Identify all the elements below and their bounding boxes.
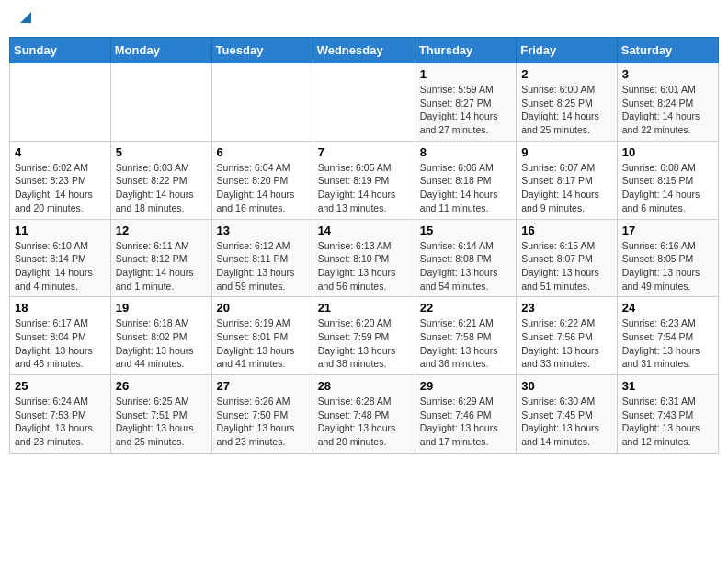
day-info: Sunrise: 6:16 AMSunset: 8:05 PMDaylight:… <box>622 239 713 293</box>
day-cell <box>110 63 211 142</box>
day-cell: 28Sunrise: 6:28 AMSunset: 7:48 PMDayligh… <box>313 375 415 454</box>
day-number: 9 <box>521 145 612 159</box>
day-cell: 4Sunrise: 6:02 AMSunset: 8:23 PMDaylight… <box>10 141 111 219</box>
day-cell: 2Sunrise: 6:00 AMSunset: 8:25 PMDaylight… <box>517 63 618 142</box>
day-info: Sunrise: 6:07 AMSunset: 8:17 PMDaylight:… <box>521 161 612 215</box>
day-number: 25 <box>15 379 106 393</box>
day-number: 31 <box>622 379 713 393</box>
day-cell: 29Sunrise: 6:29 AMSunset: 7:46 PMDayligh… <box>415 375 516 454</box>
day-cell: 26Sunrise: 6:25 AMSunset: 7:51 PMDayligh… <box>110 375 211 454</box>
day-number: 2 <box>521 67 612 81</box>
day-cell: 17Sunrise: 6:16 AMSunset: 8:05 PMDayligh… <box>617 219 718 297</box>
day-number: 6 <box>217 145 308 159</box>
day-number: 11 <box>15 224 106 237</box>
day-cell: 30Sunrise: 6:30 AMSunset: 7:45 PMDayligh… <box>517 375 618 454</box>
day-number: 30 <box>521 379 612 393</box>
day-number: 10 <box>622 145 713 159</box>
day-cell: 10Sunrise: 6:08 AMSunset: 8:15 PMDayligh… <box>617 141 718 219</box>
day-info: Sunrise: 6:04 AMSunset: 8:20 PMDaylight:… <box>217 161 308 215</box>
day-number: 14 <box>318 224 410 237</box>
day-cell <box>211 63 313 142</box>
day-info: Sunrise: 6:17 AMSunset: 8:04 PMDaylight:… <box>15 316 106 371</box>
header <box>9 9 719 28</box>
day-number: 29 <box>420 379 511 393</box>
day-info: Sunrise: 6:11 AMSunset: 8:12 PMDaylight:… <box>116 239 207 293</box>
day-number: 12 <box>116 224 207 237</box>
day-cell: 18Sunrise: 6:17 AMSunset: 8:04 PMDayligh… <box>10 297 111 375</box>
day-number: 27 <box>217 379 308 393</box>
day-info: Sunrise: 6:24 AMSunset: 7:53 PMDaylight:… <box>15 395 106 449</box>
week-row-5: 25Sunrise: 6:24 AMSunset: 7:53 PMDayligh… <box>10 375 719 454</box>
day-number: 15 <box>420 224 511 237</box>
day-info: Sunrise: 6:30 AMSunset: 7:45 PMDaylight:… <box>521 395 612 449</box>
day-info: Sunrise: 6:29 AMSunset: 7:46 PMDaylight:… <box>420 395 511 449</box>
day-info: Sunrise: 6:26 AMSunset: 7:50 PMDaylight:… <box>217 395 308 449</box>
day-number: 1 <box>420 67 511 81</box>
day-cell: 12Sunrise: 6:11 AMSunset: 8:12 PMDayligh… <box>110 219 211 297</box>
day-info: Sunrise: 6:03 AMSunset: 8:22 PMDaylight:… <box>116 161 207 215</box>
day-cell <box>10 63 111 142</box>
day-number: 3 <box>622 67 713 81</box>
day-info: Sunrise: 6:28 AMSunset: 7:48 PMDaylight:… <box>318 395 410 449</box>
day-number: 4 <box>15 145 106 159</box>
day-info: Sunrise: 6:06 AMSunset: 8:18 PMDaylight:… <box>420 161 511 215</box>
day-info: Sunrise: 6:20 AMSunset: 7:59 PMDaylight:… <box>318 316 410 371</box>
day-number: 18 <box>15 301 106 315</box>
day-number: 24 <box>622 301 713 315</box>
day-cell: 23Sunrise: 6:22 AMSunset: 7:56 PMDayligh… <box>517 297 618 375</box>
day-info: Sunrise: 6:00 AMSunset: 8:25 PMDaylight:… <box>521 83 612 137</box>
day-cell: 25Sunrise: 6:24 AMSunset: 7:53 PMDayligh… <box>10 375 111 454</box>
day-info: Sunrise: 6:01 AMSunset: 8:24 PMDaylight:… <box>622 83 713 137</box>
day-info: Sunrise: 6:02 AMSunset: 8:23 PMDaylight:… <box>15 161 106 215</box>
day-info: Sunrise: 6:25 AMSunset: 7:51 PMDaylight:… <box>116 395 207 449</box>
day-cell: 7Sunrise: 6:05 AMSunset: 8:19 PMDaylight… <box>313 141 415 219</box>
day-cell: 6Sunrise: 6:04 AMSunset: 8:20 PMDaylight… <box>211 141 313 219</box>
day-header-row: SundayMondayTuesdayWednesdayThursdayFrid… <box>10 38 719 63</box>
day-number: 23 <box>521 301 612 315</box>
day-cell: 15Sunrise: 6:14 AMSunset: 8:08 PMDayligh… <box>415 219 516 297</box>
day-info: Sunrise: 6:23 AMSunset: 7:54 PMDaylight:… <box>622 316 713 371</box>
day-header-friday: Friday <box>517 38 618 63</box>
day-info: Sunrise: 5:59 AMSunset: 8:27 PMDaylight:… <box>420 83 511 137</box>
day-info: Sunrise: 6:21 AMSunset: 7:58 PMDaylight:… <box>420 316 511 371</box>
day-cell: 22Sunrise: 6:21 AMSunset: 7:58 PMDayligh… <box>415 297 516 375</box>
day-cell: 31Sunrise: 6:31 AMSunset: 7:43 PMDayligh… <box>617 375 718 454</box>
day-number: 17 <box>622 224 713 237</box>
day-header-thursday: Thursday <box>415 38 516 63</box>
day-cell: 27Sunrise: 6:26 AMSunset: 7:50 PMDayligh… <box>211 375 313 454</box>
week-row-4: 18Sunrise: 6:17 AMSunset: 8:04 PMDayligh… <box>10 297 719 375</box>
logo-arrow-icon <box>20 12 31 23</box>
day-info: Sunrise: 6:13 AMSunset: 8:10 PMDaylight:… <box>318 239 410 293</box>
day-info: Sunrise: 6:31 AMSunset: 7:43 PMDaylight:… <box>622 395 713 449</box>
day-cell: 11Sunrise: 6:10 AMSunset: 8:14 PMDayligh… <box>10 219 111 297</box>
week-row-2: 4Sunrise: 6:02 AMSunset: 8:23 PMDaylight… <box>10 141 719 219</box>
day-number: 7 <box>318 145 410 159</box>
day-cell: 24Sunrise: 6:23 AMSunset: 7:54 PMDayligh… <box>617 297 718 375</box>
day-cell: 13Sunrise: 6:12 AMSunset: 8:11 PMDayligh… <box>211 219 313 297</box>
day-info: Sunrise: 6:10 AMSunset: 8:14 PMDaylight:… <box>15 239 106 293</box>
day-info: Sunrise: 6:22 AMSunset: 7:56 PMDaylight:… <box>521 316 612 371</box>
day-cell: 1Sunrise: 5:59 AMSunset: 8:27 PMDaylight… <box>415 63 516 142</box>
day-number: 26 <box>116 379 207 393</box>
day-header-monday: Monday <box>110 38 211 63</box>
day-info: Sunrise: 6:19 AMSunset: 8:01 PMDaylight:… <box>217 316 308 371</box>
day-info: Sunrise: 6:14 AMSunset: 8:08 PMDaylight:… <box>420 239 511 293</box>
day-cell: 9Sunrise: 6:07 AMSunset: 8:17 PMDaylight… <box>517 141 618 219</box>
day-info: Sunrise: 6:15 AMSunset: 8:07 PMDaylight:… <box>521 239 612 293</box>
day-number: 22 <box>420 301 511 315</box>
day-cell: 16Sunrise: 6:15 AMSunset: 8:07 PMDayligh… <box>517 219 618 297</box>
day-number: 5 <box>116 145 207 159</box>
day-number: 8 <box>420 145 511 159</box>
day-header-tuesday: Tuesday <box>211 38 313 63</box>
day-number: 16 <box>521 224 612 237</box>
day-number: 19 <box>116 301 207 315</box>
day-cell: 8Sunrise: 6:06 AMSunset: 8:18 PMDaylight… <box>415 141 516 219</box>
day-cell: 14Sunrise: 6:13 AMSunset: 8:10 PMDayligh… <box>313 219 415 297</box>
week-row-3: 11Sunrise: 6:10 AMSunset: 8:14 PMDayligh… <box>10 219 719 297</box>
day-info: Sunrise: 6:08 AMSunset: 8:15 PMDaylight:… <box>622 161 713 215</box>
day-number: 21 <box>318 301 410 315</box>
calendar-table: SundayMondayTuesdayWednesdayThursdayFrid… <box>9 37 719 454</box>
day-cell: 5Sunrise: 6:03 AMSunset: 8:22 PMDaylight… <box>110 141 211 219</box>
day-cell: 19Sunrise: 6:18 AMSunset: 8:02 PMDayligh… <box>110 297 211 375</box>
day-cell <box>313 63 415 142</box>
